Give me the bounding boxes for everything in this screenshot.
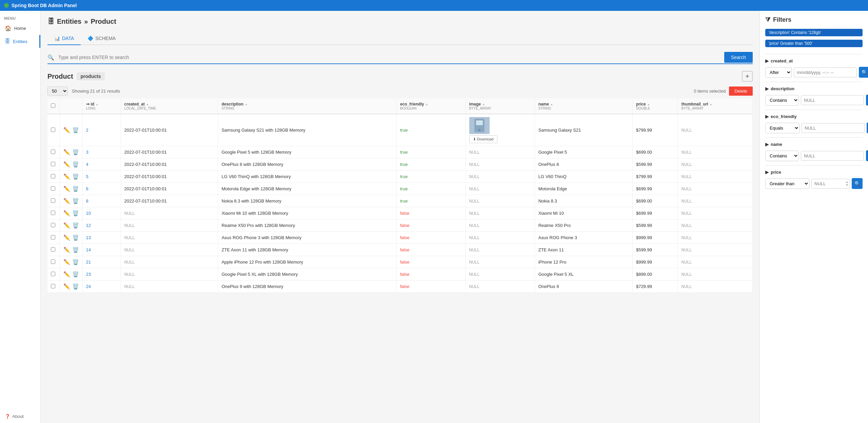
search-input[interactable] xyxy=(57,52,722,63)
sidebar-about[interactable]: ❓ About xyxy=(0,410,40,423)
row-checkbox[interactable] xyxy=(51,211,55,215)
edit-icon[interactable]: ✏️ xyxy=(63,161,70,168)
id-link[interactable]: 6 xyxy=(86,186,88,191)
edit-icon[interactable]: ✏️ xyxy=(63,127,70,133)
filter-created-at-header[interactable]: ▶ created_at xyxy=(765,58,863,63)
delete-row-icon[interactable]: 🗑️ xyxy=(72,210,79,216)
id-link[interactable]: 8 xyxy=(86,198,88,204)
filter-created-at-operator[interactable]: After Before Equals xyxy=(765,67,792,78)
delete-row-icon[interactable]: 🗑️ xyxy=(72,127,79,133)
row-checkbox[interactable] xyxy=(51,128,55,132)
edit-icon[interactable]: ✏️ xyxy=(63,247,70,253)
id-link[interactable]: 14 xyxy=(86,247,91,252)
edit-icon[interactable]: ✏️ xyxy=(63,210,70,216)
filters-label: Filters xyxy=(773,16,791,23)
filter-price-search-btn[interactable]: 🔍 xyxy=(852,178,863,189)
filter-description-search-btn[interactable]: 🔍 xyxy=(866,95,868,105)
delete-row-icon[interactable]: 🗑️ xyxy=(72,149,79,155)
filter-created-at-search-btn[interactable]: 🔍 xyxy=(859,67,868,78)
id-link[interactable]: 3 xyxy=(86,150,88,155)
delete-row-icon[interactable]: 🗑️ xyxy=(72,283,79,290)
filter-chip-description[interactable]: 'description' Contains '128gb' xyxy=(765,29,863,36)
search-button[interactable]: Search xyxy=(724,52,753,63)
delete-row-icon[interactable]: 🗑️ xyxy=(72,198,79,204)
name-value: Motorola Edge xyxy=(535,183,632,195)
delete-row-icon[interactable]: 🗑️ xyxy=(72,161,79,168)
delete-row-icon[interactable]: 🗑️ xyxy=(72,186,79,192)
delete-row-icon[interactable]: 🗑️ xyxy=(72,222,79,229)
id-link[interactable]: 5 xyxy=(86,174,88,179)
edit-icon[interactable]: ✏️ xyxy=(63,198,70,204)
null-value: NULL xyxy=(469,284,480,289)
delete-row-icon[interactable]: 🗑️ xyxy=(72,247,79,253)
filter-price-label: price xyxy=(771,170,781,175)
table-row: ✏️ 🗑️ 13NULLAsus ROG Phone 3 with 128GB … xyxy=(47,232,753,244)
sidebar-item-home[interactable]: 🏠 Home xyxy=(0,22,40,35)
id-link[interactable]: 4 xyxy=(86,162,88,167)
row-checkbox[interactable] xyxy=(51,284,55,288)
id-link[interactable]: 12 xyxy=(86,223,91,228)
sidebar-item-entities[interactable]: 🗄 Entities xyxy=(0,35,40,48)
filter-description-input[interactable] xyxy=(801,95,864,105)
filter-name-search-btn[interactable]: 🔍 xyxy=(866,150,868,161)
id-link[interactable]: 13 xyxy=(86,235,91,240)
data-tab-icon: 📊 xyxy=(54,36,60,41)
filter-price-header[interactable]: ▶ price xyxy=(765,170,863,175)
tab-schema[interactable]: 🔷 SCHEMA xyxy=(81,32,122,45)
name-value: Samsung Galaxy S21 xyxy=(535,114,632,146)
edit-icon[interactable]: ✏️ xyxy=(63,259,70,265)
filter-price-input[interactable] xyxy=(811,179,850,189)
row-checkbox[interactable] xyxy=(51,198,55,203)
row-checkbox[interactable] xyxy=(51,272,55,276)
filter-description-operator[interactable]: Contains Equals Starts with Ends with xyxy=(765,95,799,105)
edit-icon[interactable]: ✏️ xyxy=(63,271,70,277)
filter-created-at-input[interactable] xyxy=(794,68,857,77)
select-all-checkbox[interactable] xyxy=(51,103,55,108)
filter-eco-friendly-search-btn[interactable]: 🔍 xyxy=(867,122,868,133)
edit-icon[interactable]: ✏️ xyxy=(63,283,70,290)
col-name-type: STRING xyxy=(538,107,629,110)
delete-button[interactable]: Delete xyxy=(729,86,753,96)
filter-eco-friendly-input[interactable] xyxy=(802,123,865,133)
row-checkbox[interactable] xyxy=(51,150,55,154)
edit-icon[interactable]: ✏️ xyxy=(63,149,70,155)
id-link[interactable]: 24 xyxy=(86,284,91,289)
delete-row-icon[interactable]: 🗑️ xyxy=(72,259,79,265)
filter-chip-price[interactable]: 'price' Greater than '500' xyxy=(765,40,863,47)
id-link[interactable]: 21 xyxy=(86,259,91,265)
tab-data[interactable]: 📊 DATA xyxy=(47,32,81,45)
id-link[interactable]: 2 xyxy=(86,128,88,133)
edit-icon[interactable]: ✏️ xyxy=(63,234,70,241)
menu-label: MENU xyxy=(0,14,40,22)
filter-name-input[interactable] xyxy=(801,151,864,161)
row-checkbox[interactable] xyxy=(51,259,55,264)
filter-description-header[interactable]: ▶ description xyxy=(765,86,863,91)
row-checkbox[interactable] xyxy=(51,162,55,166)
add-button[interactable]: + xyxy=(742,71,753,82)
delete-row-icon[interactable]: 🗑️ xyxy=(72,271,79,277)
row-checkbox[interactable] xyxy=(51,247,55,252)
delete-row-icon[interactable]: 🗑️ xyxy=(72,234,79,241)
row-checkbox[interactable] xyxy=(51,235,55,239)
row-checkbox[interactable] xyxy=(51,223,55,227)
price-value: $599.99 xyxy=(632,219,678,232)
page-size-select[interactable]: 50 100 25 xyxy=(47,86,68,96)
row-checkbox[interactable] xyxy=(51,186,55,191)
filter-eco-friendly-header[interactable]: ▶ eco_friendly xyxy=(765,114,863,119)
filter-price-operator[interactable]: Greater than Less than Equals Greater th… xyxy=(765,178,809,189)
edit-icon[interactable]: ✏️ xyxy=(63,173,70,180)
null-value: NULL xyxy=(681,260,692,265)
download-button[interactable]: ⬇ Download xyxy=(469,135,497,143)
filter-name-header[interactable]: ▶ name xyxy=(765,142,863,147)
delete-row-icon[interactable]: 🗑️ xyxy=(72,173,79,180)
col-header-name: name ▲ STRING xyxy=(535,98,632,114)
table-row: ✏️ 🗑️ 10NULLXiaomi Mi 10 with 128GB Memo… xyxy=(47,207,753,219)
description-value: Samsung Galaxy S21 with 128GB Memory xyxy=(218,114,397,146)
filter-name-operator[interactable]: Contains Equals Starts with Ends with xyxy=(765,151,799,161)
id-link[interactable]: 10 xyxy=(86,211,91,216)
filter-eco-friendly-operator[interactable]: Equals Not equals xyxy=(765,123,800,133)
row-checkbox[interactable] xyxy=(51,174,55,178)
edit-icon[interactable]: ✏️ xyxy=(63,186,70,192)
edit-icon[interactable]: ✏️ xyxy=(63,222,70,229)
id-link[interactable]: 23 xyxy=(86,272,91,277)
